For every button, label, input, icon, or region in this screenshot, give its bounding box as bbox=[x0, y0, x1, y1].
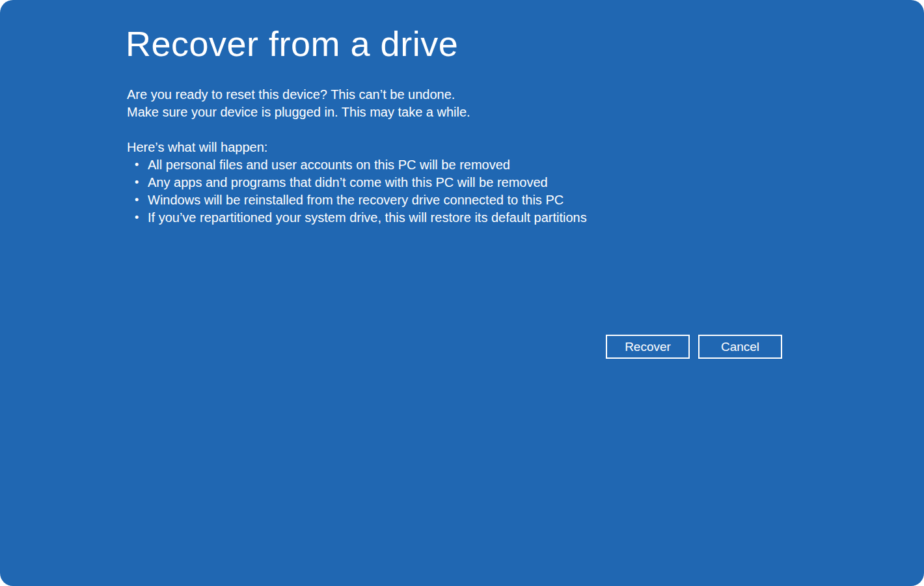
page-title: Recover from a drive bbox=[126, 23, 458, 64]
bullet-icon: • bbox=[135, 174, 139, 191]
list-item: • Windows will be reinstalled from the r… bbox=[127, 191, 621, 209]
list-item: • If you’ve repartitioned your system dr… bbox=[127, 209, 621, 227]
recovery-screen: Recover from a drive Are you ready to re… bbox=[0, 0, 924, 586]
list-item: • Any apps and programs that didn’t come… bbox=[127, 174, 621, 191]
button-row: Recover Cancel bbox=[606, 335, 782, 359]
happen-heading: Here’s what will happen: bbox=[127, 139, 621, 156]
bullet-icon: • bbox=[135, 209, 139, 227]
bullet-icon: • bbox=[135, 156, 139, 174]
bullet-icon: • bbox=[135, 191, 139, 209]
list-item-text: Any apps and programs that didn’t come w… bbox=[148, 175, 548, 189]
list-item-text: Windows will be reinstalled from the rec… bbox=[148, 193, 564, 207]
cancel-button[interactable]: Cancel bbox=[698, 335, 782, 359]
consequence-list: • All personal files and user accounts o… bbox=[127, 156, 621, 227]
list-item-text: If you’ve repartitioned your system driv… bbox=[148, 210, 587, 225]
intro-line-2: Make sure your device is plugged in. Thi… bbox=[127, 104, 621, 121]
intro-line-1: Are you ready to reset this device? This… bbox=[127, 86, 621, 104]
list-item: • All personal files and user accounts o… bbox=[127, 156, 621, 174]
list-item-text: All personal files and user accounts on … bbox=[148, 158, 510, 172]
recover-button[interactable]: Recover bbox=[606, 335, 690, 359]
spacer bbox=[127, 121, 621, 139]
body-text: Are you ready to reset this device? This… bbox=[127, 86, 621, 227]
